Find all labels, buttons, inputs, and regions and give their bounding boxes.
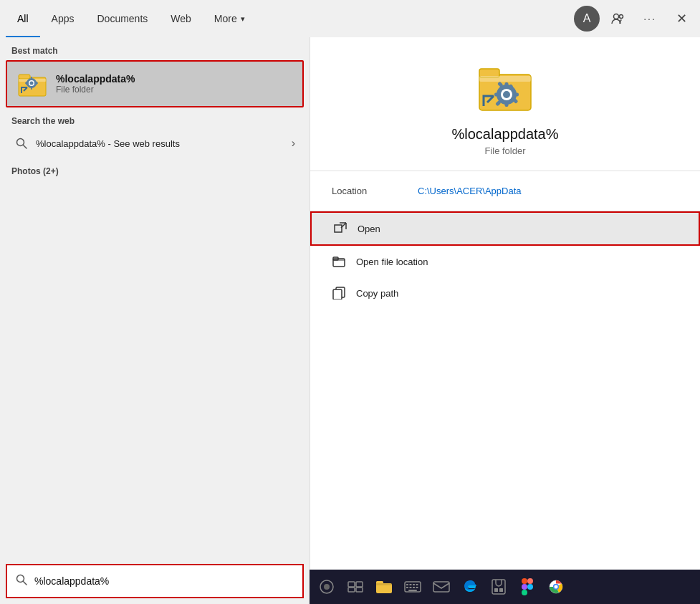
photos-label: Photos (2+) — [11, 166, 298, 176]
folder-type: File folder — [484, 145, 525, 156]
svg-point-1 — [620, 15, 623, 19]
action-open-file-location-label: Open file location — [356, 257, 428, 267]
svg-rect-68 — [494, 588, 498, 592]
svg-rect-29 — [505, 82, 509, 87]
svg-rect-74 — [522, 590, 527, 595]
chevron-down-icon: ▾ — [241, 14, 245, 24]
action-open-label: Open — [358, 224, 380, 234]
folder-large-icon — [476, 59, 534, 116]
svg-rect-64 — [416, 587, 418, 588]
open-file-location-icon — [332, 254, 346, 269]
svg-rect-62 — [410, 587, 412, 588]
svg-rect-61 — [406, 587, 408, 588]
location-row: Location C:\Users\ACER\AppData — [332, 183, 679, 199]
svg-rect-4 — [19, 75, 30, 79]
copy-path-icon — [332, 286, 346, 300]
svg-point-37 — [503, 91, 510, 98]
svg-rect-51 — [348, 588, 355, 592]
taskbar-chrome[interactable] — [543, 574, 569, 600]
svg-point-0 — [614, 14, 619, 19]
people-icon-btn[interactable] — [605, 6, 631, 32]
avatar[interactable]: A — [574, 6, 600, 32]
svg-rect-72 — [522, 584, 527, 590]
web-search-label: Search the web — [11, 116, 298, 126]
close-btn[interactable]: ✕ — [668, 6, 694, 32]
web-search-text: %localappdata% - See web results — [36, 138, 292, 149]
location-value[interactable]: C:\Users\ACER\AppData — [418, 186, 522, 196]
search-bar-icon — [16, 574, 27, 588]
search-window: All Apps Documents Web More ▾ A — [0, 0, 700, 604]
taskbar-file-explorer[interactable] — [371, 574, 397, 600]
right-panel-header: %localappdata% File folder — [310, 37, 700, 171]
top-nav: All Apps Documents Web More ▾ A — [0, 0, 700, 37]
taskbar-task-view[interactable] — [342, 574, 368, 600]
svg-rect-39 — [335, 225, 342, 232]
right-panel: %localappdata% File folder Location C:\U… — [310, 37, 700, 604]
tab-all[interactable]: All — [6, 0, 40, 37]
folder-icon — [17, 69, 47, 99]
main-content: Best match — [0, 37, 700, 604]
svg-rect-10 — [31, 87, 32, 90]
people-icon — [611, 11, 625, 26]
svg-point-48 — [324, 584, 330, 590]
svg-rect-65 — [408, 590, 417, 591]
taskbar-store[interactable] — [486, 574, 512, 600]
action-copy-path-label: Copy path — [356, 288, 398, 299]
best-match-label: Best match — [0, 37, 310, 60]
svg-line-19 — [24, 145, 27, 149]
tab-web[interactable]: Web — [159, 0, 203, 37]
left-panel: Best match — [0, 37, 310, 604]
nav-right: A ··· ✕ — [574, 6, 694, 32]
svg-point-73 — [527, 584, 533, 590]
photos-section: Photos (2+) — [0, 160, 310, 182]
search-bar[interactable] — [6, 564, 304, 598]
svg-rect-69 — [499, 588, 503, 592]
svg-rect-63 — [413, 587, 415, 588]
svg-rect-46 — [333, 289, 342, 299]
best-match-text: %localappdata% File folder — [56, 73, 135, 95]
open-icon — [333, 221, 347, 236]
svg-rect-59 — [413, 584, 415, 585]
svg-rect-52 — [356, 588, 363, 592]
svg-rect-9 — [31, 77, 32, 80]
search-input[interactable] — [34, 575, 294, 587]
best-match-item[interactable]: %localappdata% File folder — [6, 60, 304, 107]
svg-rect-71 — [527, 578, 533, 584]
taskbar-cortana[interactable] — [314, 574, 340, 600]
folder-name: %localappdata% — [452, 126, 559, 143]
svg-rect-57 — [406, 584, 408, 585]
taskbar-edge[interactable] — [457, 574, 483, 600]
actions-list: Open Open file location — [310, 211, 700, 309]
svg-point-78 — [555, 585, 558, 589]
close-icon: ✕ — [676, 11, 687, 27]
web-search-arrow-icon: › — [292, 137, 295, 150]
svg-rect-60 — [416, 584, 418, 585]
right-panel-details: Location C:\Users\ACER\AppData — [310, 171, 700, 211]
tab-documents[interactable]: Documents — [85, 0, 159, 37]
location-label: Location — [332, 186, 418, 196]
svg-rect-26 — [479, 76, 531, 82]
svg-point-17 — [30, 82, 34, 85]
svg-rect-58 — [410, 584, 412, 585]
action-copy-path[interactable]: Copy path — [310, 277, 700, 309]
web-search-section: Search the web %localappdata% - See web … — [0, 107, 310, 160]
taskbar-figma[interactable] — [514, 574, 540, 600]
web-search-item[interactable]: %localappdata% - See web results › — [11, 130, 298, 156]
search-icon — [14, 136, 29, 150]
action-open-file-location[interactable]: Open file location — [310, 246, 700, 277]
svg-rect-50 — [356, 582, 363, 587]
taskbar-keyboard[interactable] — [400, 574, 426, 600]
svg-rect-32 — [494, 93, 499, 97]
action-open[interactable]: Open — [310, 211, 700, 246]
taskbar-mail[interactable] — [428, 574, 454, 600]
svg-rect-31 — [514, 93, 519, 97]
ellipsis-icon: ··· — [643, 13, 656, 24]
svg-rect-30 — [505, 102, 509, 107]
svg-rect-49 — [348, 582, 355, 587]
svg-line-21 — [24, 582, 27, 585]
tab-more[interactable]: More ▾ — [203, 0, 256, 37]
more-options-btn[interactable]: ··· — [637, 6, 663, 32]
taskbar — [310, 570, 700, 604]
svg-rect-70 — [522, 578, 527, 584]
tab-apps[interactable]: Apps — [40, 0, 86, 37]
